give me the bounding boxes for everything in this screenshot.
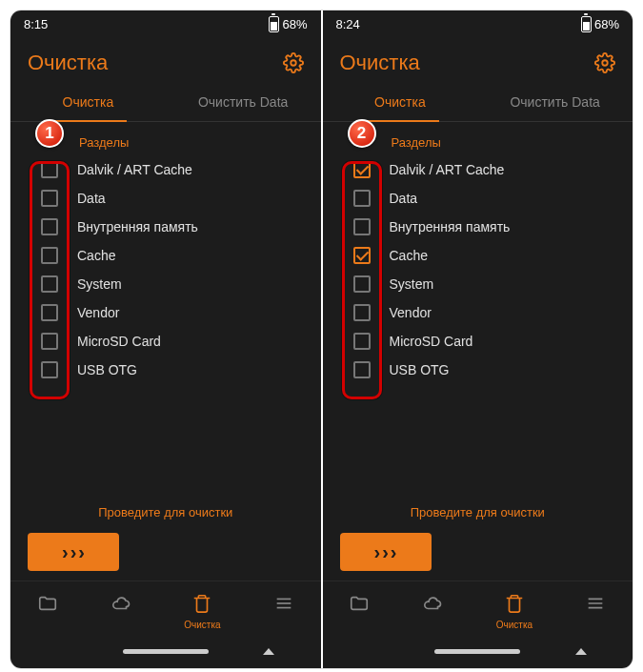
folder-icon bbox=[349, 593, 370, 618]
settings-button[interactable] bbox=[283, 52, 304, 73]
nav-cloud[interactable] bbox=[111, 593, 131, 618]
chevron-right-icon: › bbox=[78, 541, 85, 563]
battery-icon bbox=[581, 16, 592, 32]
nav-menu[interactable] bbox=[585, 593, 606, 618]
checkbox[interactable] bbox=[41, 218, 58, 235]
settings-button[interactable] bbox=[594, 52, 615, 73]
list-item[interactable]: USB OTG bbox=[10, 356, 321, 384]
folder-icon bbox=[37, 593, 58, 618]
cloud-icon bbox=[422, 593, 443, 618]
status-time: 8:15 bbox=[24, 17, 48, 31]
swipe-area: Проведите для очистки › › › bbox=[10, 505, 321, 580]
chevron-right-icon: › bbox=[382, 541, 389, 563]
list-item-label: USB OTG bbox=[77, 362, 137, 377]
list-item[interactable]: USB OTG bbox=[323, 356, 633, 384]
swipe-button[interactable]: › › › bbox=[340, 533, 432, 571]
list-item[interactable]: Dalvik / ART Cache bbox=[323, 155, 633, 184]
page-title: Очистка bbox=[340, 51, 420, 75]
checkbox[interactable] bbox=[41, 275, 58, 293]
checkbox[interactable] bbox=[353, 275, 371, 293]
menu-icon bbox=[585, 593, 606, 618]
tab-clear-data[interactable]: Очистить Data bbox=[477, 83, 633, 121]
list-item-label: USB OTG bbox=[390, 362, 450, 377]
checkbox[interactable] bbox=[41, 304, 58, 321]
list-item[interactable]: Dalvik / ART Cache bbox=[10, 155, 321, 184]
checkbox[interactable] bbox=[353, 161, 371, 178]
list-item-label: Dalvik / ART Cache bbox=[77, 162, 192, 177]
checkbox[interactable] bbox=[353, 333, 371, 350]
tab-clean[interactable]: Очистка bbox=[10, 83, 166, 121]
chevron-right-icon: › bbox=[373, 541, 380, 563]
status-right: 68% bbox=[269, 16, 307, 32]
battery-pct: 68% bbox=[594, 17, 619, 31]
swipe-label: Проведите для очистки bbox=[340, 505, 616, 519]
battery-icon bbox=[269, 16, 279, 32]
phone-screen: 8:15 68% Очистка Очистка Очистить DataРа… bbox=[10, 10, 321, 668]
system-nav bbox=[10, 638, 321, 668]
list-item-label: MicroSD Card bbox=[77, 334, 161, 349]
list-item[interactable]: MicroSD Card bbox=[10, 327, 321, 356]
checkbox[interactable] bbox=[353, 304, 371, 321]
page-title: Очистка bbox=[28, 51, 108, 75]
list-item-label: System bbox=[390, 276, 434, 292]
list-item[interactable]: Cache bbox=[323, 241, 633, 270]
nav-menu[interactable] bbox=[273, 593, 294, 618]
list-item[interactable]: Vendor bbox=[10, 298, 321, 327]
list-item-label: Vendor bbox=[77, 305, 119, 320]
swipe-area: Проведите для очистки › › › bbox=[323, 505, 633, 580]
status-right: 68% bbox=[581, 16, 619, 32]
recent-apps-icon[interactable] bbox=[575, 648, 587, 655]
list-item-label: Внутренняя память bbox=[390, 219, 511, 234]
battery-pct: 68% bbox=[282, 17, 307, 31]
list-item[interactable]: Внутренняя память bbox=[10, 213, 321, 241]
home-pill[interactable] bbox=[434, 649, 520, 654]
tabs: Очистка Очистить Data bbox=[323, 83, 633, 122]
nav-cloud[interactable] bbox=[422, 593, 443, 618]
section-label: Разделы bbox=[10, 122, 321, 155]
nav-files[interactable] bbox=[349, 593, 370, 618]
checkbox[interactable] bbox=[353, 218, 371, 235]
checkbox[interactable] bbox=[353, 361, 371, 378]
checkbox[interactable] bbox=[41, 333, 58, 350]
list-item[interactable]: Vendor bbox=[323, 298, 633, 327]
partition-list: Dalvik / ART CacheDataВнутренняя памятьC… bbox=[10, 155, 321, 384]
checkbox[interactable] bbox=[41, 361, 58, 378]
tab-clean[interactable]: Очистка bbox=[323, 83, 478, 121]
trash-icon bbox=[191, 593, 212, 618]
checkbox[interactable] bbox=[353, 247, 371, 264]
nav-clean[interactable]: Очистка bbox=[496, 593, 532, 630]
gear-icon bbox=[283, 60, 304, 76]
tab-clear-data[interactable]: Очистить Data bbox=[166, 83, 321, 121]
list-item[interactable]: System bbox=[323, 270, 633, 298]
list-item[interactable]: Data bbox=[10, 184, 321, 213]
list-item[interactable]: MicroSD Card bbox=[323, 327, 633, 356]
checkbox[interactable] bbox=[41, 247, 58, 264]
list-item[interactable]: Cache bbox=[10, 241, 321, 270]
trash-icon bbox=[504, 593, 525, 618]
list-item-label: Внутренняя память bbox=[77, 219, 198, 234]
list-item-label: Vendor bbox=[390, 305, 432, 320]
list-item-label: MicroSD Card bbox=[390, 334, 473, 349]
recent-apps-icon[interactable] bbox=[263, 648, 274, 655]
list-item-label: Cache bbox=[77, 248, 115, 263]
chevron-right-icon: › bbox=[70, 541, 77, 563]
nav-clean[interactable]: Очистка bbox=[184, 593, 220, 630]
checkbox[interactable] bbox=[353, 190, 371, 207]
list-item[interactable]: System bbox=[10, 270, 321, 298]
list-item-label: Data bbox=[390, 191, 418, 206]
nav-files[interactable] bbox=[37, 593, 58, 618]
status-bar: 8:15 68% bbox=[10, 10, 321, 37]
list-item[interactable]: Внутренняя память bbox=[323, 213, 633, 241]
bottom-nav: Очистка bbox=[10, 580, 321, 638]
chevron-right-icon: › bbox=[62, 541, 69, 563]
status-bar: 8:24 68% bbox=[323, 10, 633, 37]
list-item[interactable]: Data bbox=[323, 184, 633, 213]
list-item-label: Data bbox=[77, 191, 106, 206]
home-pill[interactable] bbox=[123, 649, 209, 654]
section-label: Разделы bbox=[323, 122, 633, 155]
checkbox[interactable] bbox=[41, 161, 58, 178]
phone-screen: 8:24 68% Очистка Очистка Очистить DataРа… bbox=[323, 10, 633, 668]
swipe-button[interactable]: › › › bbox=[28, 533, 119, 571]
checkbox[interactable] bbox=[41, 190, 58, 207]
bottom-nav: Очистка bbox=[323, 580, 633, 638]
